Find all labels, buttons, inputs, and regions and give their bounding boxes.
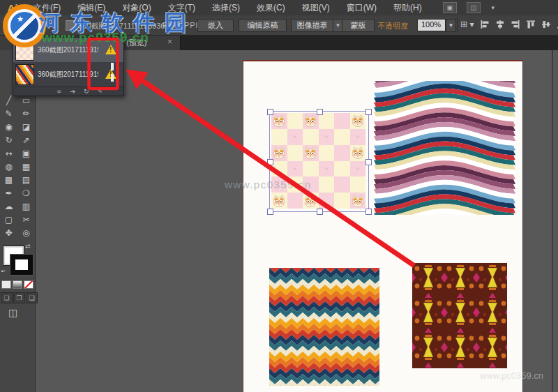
opacity-dropdown-icon[interactable]: ▼ xyxy=(446,19,456,32)
scrollbar-thumb[interactable] xyxy=(111,74,114,82)
bridge-icon[interactable]: ▣ xyxy=(443,2,457,13)
draw-inside-button[interactable]: ❑ xyxy=(26,292,38,303)
embed-button[interactable]: 嵌入 xyxy=(197,19,234,32)
screen-mode-button[interactable]: ◫ xyxy=(8,307,17,318)
selection-handle[interactable] xyxy=(317,109,323,115)
pattern-cell xyxy=(303,113,319,129)
wave-stripe-artwork[interactable] xyxy=(374,81,515,215)
width-tool[interactable]: ↔ xyxy=(0,147,17,160)
align-right-button[interactable] xyxy=(511,20,520,29)
edit-original-button[interactable]: 编辑原稿 xyxy=(239,19,287,32)
draw-behind-button[interactable]: ❐ xyxy=(13,292,25,303)
symbol-sprayer-tool[interactable]: ☁ xyxy=(0,200,17,213)
app-logo[interactable]: Ai xyxy=(0,2,25,14)
selection-handle[interactable] xyxy=(365,159,372,165)
menu-item-object[interactable]: 对象(O) xyxy=(114,3,159,13)
align-top-button[interactable] xyxy=(526,20,536,29)
mesh-tool[interactable]: ▩ xyxy=(0,174,17,187)
pattern-cell xyxy=(271,193,287,209)
artboard-tool[interactable]: ▢ xyxy=(0,213,17,227)
cat-face-icon xyxy=(351,114,365,128)
link-filename: 360截图20171119193 xyxy=(38,70,98,80)
shaper-tool[interactable]: ◉ xyxy=(0,121,17,134)
document-tab-label: (预览) xyxy=(126,38,146,48)
menu-item-select[interactable]: 选择(S) xyxy=(204,3,248,13)
pattern-cell xyxy=(303,176,319,193)
menu-item-window[interactable]: 窗口(W) xyxy=(338,3,385,13)
warning-icon[interactable]: ! xyxy=(98,38,123,62)
menu-item-edit[interactable]: 编辑(E) xyxy=(69,3,114,13)
gradient-tool[interactable]: ▤ xyxy=(17,174,35,187)
eraser-tool[interactable]: ◪ xyxy=(17,121,35,134)
menu-items: 文件(F)编辑(E)对象(O)文字(T)选择(S)效果(C)视图(V)窗口(W)… xyxy=(25,0,430,15)
cat-face-icon xyxy=(272,114,286,128)
pattern-accent: ≈ xyxy=(356,133,359,140)
cat-face-icon xyxy=(351,194,365,208)
menu-item-help[interactable]: 帮助(H) xyxy=(385,3,430,13)
none-button[interactable] xyxy=(24,280,33,289)
align-center-v-button[interactable] xyxy=(541,20,551,29)
align-left-button[interactable] xyxy=(480,20,490,29)
zoom-tool[interactable]: ◎ xyxy=(17,227,35,240)
menu-item-file[interactable]: 文件(F) xyxy=(25,3,69,13)
stroke-color-swatch[interactable] xyxy=(10,255,33,275)
pattern-cell xyxy=(287,145,303,161)
links-panel-row[interactable]: 360截图20171119193! xyxy=(13,38,123,62)
mask-button[interactable]: 蒙版 xyxy=(342,19,375,32)
default-fill-stroke-icon[interactable]: ▪▫ xyxy=(1,268,6,274)
pattern-cell xyxy=(350,176,366,193)
paintbrush-tool[interactable]: ✎ xyxy=(0,107,17,121)
chevron-pattern-artwork[interactable] xyxy=(269,268,379,386)
shape-builder-tool[interactable]: ◍ xyxy=(0,160,17,174)
pattern-cell xyxy=(334,176,350,193)
selection-handle[interactable] xyxy=(267,209,273,215)
scrollbar-thumb[interactable] xyxy=(111,63,114,70)
gradient-button[interactable] xyxy=(13,280,22,289)
blend-tool[interactable]: ❍ xyxy=(17,187,35,200)
menu-item-effect[interactable]: 效果(C) xyxy=(248,3,294,13)
go-to-link-icon[interactable]: ➔ xyxy=(70,87,76,96)
ornate-pattern-artwork[interactable] xyxy=(412,263,507,368)
slice-tool[interactable]: ✂ xyxy=(17,213,35,227)
hand-tool[interactable]: ✥ xyxy=(0,227,17,240)
column-graph-tool[interactable]: ▥ xyxy=(17,200,35,213)
image-trace-button[interactable]: 图像描摹 xyxy=(291,19,333,32)
menu-item-view[interactable]: 视图(V) xyxy=(294,3,338,13)
edit-original-icon[interactable]: ✎ xyxy=(98,87,103,96)
cat-pattern-artwork[interactable]: ≈≈≈≈≈≈ xyxy=(271,113,365,209)
close-icon[interactable]: × xyxy=(167,37,172,47)
selection-handle[interactable] xyxy=(267,109,273,115)
scale-tool[interactable]: ⇗ xyxy=(17,134,35,147)
menu-item-type[interactable]: 文字(T) xyxy=(160,3,204,13)
constrain-proportions-icon[interactable]: ⊞ ▾ xyxy=(460,20,474,29)
align-center-h-button[interactable] xyxy=(495,20,505,29)
linked-file-icon xyxy=(66,20,76,31)
links-panel-row[interactable]: 360截图20171119193! xyxy=(13,62,123,86)
pattern-cell xyxy=(350,113,366,129)
pattern-cell xyxy=(319,193,335,209)
opacity-label[interactable]: 不透明度 xyxy=(377,21,408,31)
workspace-switcher-icon[interactable]: ◫ xyxy=(467,2,481,13)
selection-handle[interactable] xyxy=(365,109,372,115)
update-link-icon[interactable]: ↻ xyxy=(84,87,89,96)
color-button[interactable] xyxy=(1,280,11,289)
draw-normal-button[interactable]: ❏ xyxy=(1,292,13,303)
eyedropper-tool[interactable]: ✒ xyxy=(0,187,17,200)
selection-handle[interactable] xyxy=(365,209,372,215)
chevron-down-icon[interactable]: ▼ xyxy=(490,5,496,11)
pattern-cell: ≈ xyxy=(287,161,303,177)
link-thumbnail xyxy=(15,64,34,85)
pattern-cell xyxy=(303,193,319,209)
swap-fill-stroke-icon[interactable]: ⇄ xyxy=(25,243,31,250)
links-rows: 360截图20171119193!360截图20171119193! xyxy=(13,38,123,86)
selection-bounding-box[interactable]: ≈≈≈≈≈≈ xyxy=(269,111,369,212)
rotate-tool[interactable]: ↻ xyxy=(0,134,17,147)
opacity-field[interactable]: 100% xyxy=(417,19,446,31)
perspective-grid-tool[interactable]: ▦ xyxy=(17,160,35,174)
relink-icon[interactable]: ∞ xyxy=(56,87,62,96)
color-mode-row xyxy=(1,280,33,289)
selection-handle[interactable] xyxy=(267,159,273,165)
pencil-tool[interactable]: ✏ xyxy=(17,107,35,121)
selection-handle[interactable] xyxy=(317,209,323,215)
free-transform-tool[interactable]: ▣ xyxy=(17,147,35,160)
